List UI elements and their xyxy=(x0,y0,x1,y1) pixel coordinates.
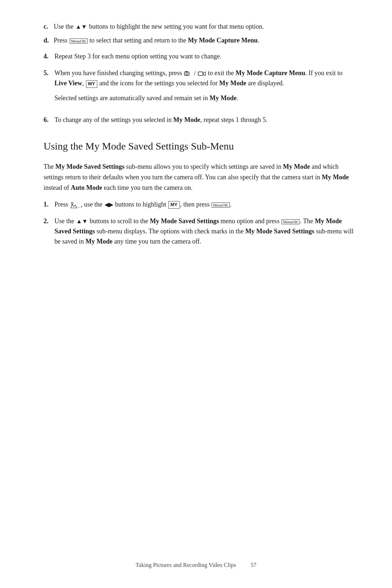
alpha-label-d: d. xyxy=(44,36,54,46)
menu-ok-icon-1: MenuOK xyxy=(70,38,88,44)
svg-rect-2 xyxy=(185,71,187,72)
up-down-arrows-icon: ▲▼ xyxy=(75,23,87,32)
my-mode-saved-settings-ref-2: My Mode Saved Settings xyxy=(150,217,219,225)
svg-marker-4 xyxy=(203,72,205,75)
intro-paragraph: The My Mode Saved Settings sub-menu allo… xyxy=(44,162,356,193)
step-5: 5. When you have finished changing setti… xyxy=(44,68,356,109)
my-mode-capture-menu-ref-1: My Mode Capture Menu xyxy=(188,37,258,44)
up-down-arrows-icon-2: ▲▼ xyxy=(76,217,88,226)
my-mode-ref-3: My Mode xyxy=(173,116,200,123)
alpha-label-c: c. xyxy=(44,22,54,32)
svg-point-5 xyxy=(71,202,73,204)
bottom-step-1-label: 1. xyxy=(44,200,54,210)
menu-ok-icon-3: MenuOK xyxy=(282,219,300,224)
bottom-step-2-label: 2. xyxy=(44,216,54,226)
alpha-steps-list: c. Use the ▲▼ buttons to highlight the n… xyxy=(44,22,356,46)
step-6-label: 6. xyxy=(44,115,54,125)
step-6: 6. To change any of the settings you sel… xyxy=(44,115,356,125)
svg-rect-0 xyxy=(184,72,189,75)
mode-scene-icon: ... xyxy=(70,201,81,209)
svg-point-1 xyxy=(186,73,188,75)
step-4-content: Repeat Step 3 for each menu option setti… xyxy=(54,52,356,62)
live-view-ref: Live View xyxy=(54,79,82,87)
bottom-step-1: 1. Press ... , use the ◀▶ buttons to hig… xyxy=(44,200,356,210)
alpha-step-d-content: Press MenuOK to select that setting and … xyxy=(54,36,356,46)
step-5-main: When you have finished changing settings… xyxy=(54,68,356,89)
my-mode-ref-5: My Mode xyxy=(322,173,348,181)
page-container: c. Use the ▲▼ buttons to highlight the n… xyxy=(0,0,392,289)
left-right-arrows-icon: ◀▶ xyxy=(105,200,113,209)
alpha-step-c: c. Use the ▲▼ buttons to highlight the n… xyxy=(44,22,356,32)
footer-page-number: 57 xyxy=(251,561,257,570)
alpha-step-c-content: Use the ▲▼ buttons to highlight the new … xyxy=(54,22,356,32)
my-mode-ref-4: My Mode xyxy=(283,163,310,170)
my-mode-ref-6: My Mode xyxy=(85,238,112,245)
my-mode-capture-menu-ref-2: My Mode Capture Menu xyxy=(236,69,305,77)
step-4: 4. Repeat Step 3 for each menu option se… xyxy=(44,52,356,62)
svg-rect-3 xyxy=(198,72,203,75)
my-mode-ref-1: My Mode xyxy=(219,79,246,87)
section-heading: Using the My Mode Saved Settings Sub-Men… xyxy=(44,140,356,153)
auto-mode-ref: Auto Mode xyxy=(71,184,102,191)
step-5-label: 5. xyxy=(44,68,54,78)
bottom-step-2-content: Use the ▲▼ buttons to scroll to the My M… xyxy=(54,216,356,247)
step-5-sub: Selected settings are automatically save… xyxy=(54,93,356,103)
my-mode-badge-2: MY xyxy=(168,201,180,209)
step-4-label: 4. xyxy=(44,52,54,62)
my-mode-saved-settings-ref-4: My Mode Saved Settings xyxy=(245,228,315,235)
numbered-steps-top: 4. Repeat Step 3 for each menu option se… xyxy=(44,52,356,125)
menu-ok-icon-2: MenuOK xyxy=(212,203,230,208)
my-mode-badge-1: MY xyxy=(86,80,98,88)
my-mode-ref-2: My Mode xyxy=(209,94,236,102)
numbered-steps-bottom: 1. Press ... , use the ◀▶ buttons to hig… xyxy=(44,200,356,247)
video-icon xyxy=(198,70,206,77)
bottom-step-2: 2. Use the ▲▼ buttons to scroll to the M… xyxy=(44,216,356,247)
svg-text:...: ... xyxy=(78,204,81,208)
camera-icon xyxy=(184,70,192,77)
step-5-content: When you have finished changing settings… xyxy=(54,68,356,109)
step-6-content: To change any of the settings you select… xyxy=(54,115,356,125)
bottom-step-1-content: Press ... , use the ◀▶ buttons to highli… xyxy=(54,200,356,210)
my-mode-saved-settings-ref-1: My Mode Saved Settings xyxy=(55,163,124,170)
page-footer: Taking Pictures and Recording Video Clip… xyxy=(0,561,392,570)
alpha-step-d: d. Press MenuOK to select that setting a… xyxy=(44,36,356,46)
footer-chapter: Taking Pictures and Recording Video Clip… xyxy=(135,561,236,570)
